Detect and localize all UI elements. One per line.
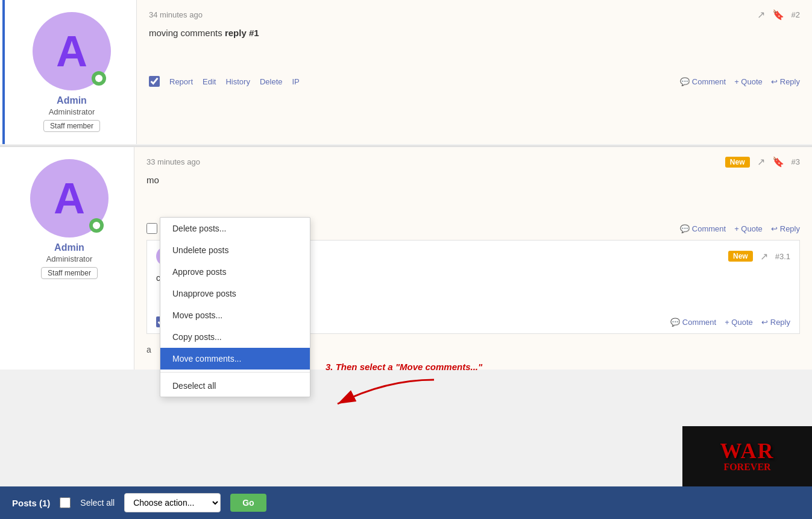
svg-point-0 bbox=[95, 75, 102, 82]
post-time: 33 minutes ago bbox=[146, 157, 200, 166]
post-3: A Admin Administrator Staff member 33 mi… bbox=[0, 147, 812, 370]
post-indicator bbox=[2, 0, 7, 144]
sub-post-meta: New ↗ #3.1 bbox=[728, 251, 790, 262]
username[interactable]: Admin bbox=[57, 95, 87, 106]
right-actions: 💬 Comment + Quote ↩ Reply bbox=[680, 77, 800, 86]
post-meta-right: ↗ 🔖 #2 bbox=[757, 9, 800, 20]
online-badge bbox=[92, 71, 106, 86]
bottom-bar: Posts (1) Select all Choose action... De… bbox=[0, 486, 812, 519]
report-link[interactable]: Report bbox=[169, 77, 193, 86]
post-text: mo bbox=[146, 175, 800, 211]
menu-deselect-all[interactable]: Deselect all bbox=[160, 375, 310, 397]
post-sidebar: A Admin Administrator Staff member bbox=[5, 147, 134, 370]
new-badge: New bbox=[725, 157, 750, 168]
comment-btn[interactable]: 💬 Comment bbox=[680, 77, 726, 86]
post-select-checkbox[interactable] bbox=[149, 76, 160, 87]
post-number: #2 bbox=[792, 10, 800, 19]
quote-btn[interactable]: + Quote bbox=[734, 77, 763, 86]
right-actions: 💬 Comment + Quote ↩ Reply bbox=[680, 224, 800, 233]
select-all-checkbox[interactable] bbox=[60, 497, 71, 508]
select-all-label[interactable]: Select all bbox=[80, 498, 115, 508]
user-role: Administrator bbox=[46, 254, 93, 263]
sub-quote-btn[interactable]: + Quote bbox=[725, 318, 753, 327]
posts-count: Posts (1) bbox=[12, 498, 50, 508]
menu-move-comments[interactable]: Move comments... bbox=[160, 348, 310, 370]
post-sidebar: A Admin Administrator Staff member bbox=[7, 0, 137, 144]
quote-btn[interactable]: + Quote bbox=[734, 224, 763, 233]
share-icon[interactable]: ↗ bbox=[757, 156, 765, 168]
new-badge: New bbox=[728, 251, 753, 262]
post-header: 33 minutes ago New ↗ 🔖 #3 bbox=[146, 156, 800, 168]
menu-divider bbox=[160, 372, 310, 373]
staff-badge: Staff member bbox=[41, 267, 98, 279]
reply-btn[interactable]: ↩ Reply bbox=[771, 224, 800, 233]
action-select[interactable]: Choose action... Delete posts Move posts… bbox=[124, 493, 221, 512]
menu-approve-posts[interactable]: Approve posts bbox=[160, 261, 310, 283]
menu-move-posts[interactable]: Move posts... bbox=[160, 304, 310, 326]
username[interactable]: Admin bbox=[54, 242, 84, 253]
comment-btn[interactable]: 💬 Comment bbox=[680, 224, 726, 233]
avatar: A bbox=[30, 159, 109, 237]
war-forever-title: WAR bbox=[720, 440, 774, 462]
post-select-checkbox[interactable] bbox=[146, 223, 157, 234]
sub-reply-btn[interactable]: ↩ Reply bbox=[761, 318, 790, 327]
ip-link[interactable]: IP bbox=[292, 77, 299, 86]
menu-unapprove-posts[interactable]: Unapprove posts bbox=[160, 283, 310, 304]
post-indicator bbox=[0, 147, 5, 370]
history-link[interactable]: History bbox=[225, 77, 250, 86]
post-meta-right: New ↗ 🔖 #3 bbox=[725, 156, 800, 168]
sub-post-number: #3.1 bbox=[775, 252, 790, 261]
bookmark-icon[interactable]: 🔖 bbox=[772, 156, 784, 168]
edit-link[interactable]: Edit bbox=[203, 77, 216, 86]
avatar: A bbox=[33, 12, 111, 90]
delete-link[interactable]: Delete bbox=[260, 77, 283, 86]
bookmark-icon[interactable]: 🔖 bbox=[772, 9, 784, 20]
sub-comment-btn[interactable]: 💬 Comment bbox=[670, 318, 716, 327]
go-button[interactable]: Go bbox=[230, 494, 266, 512]
post-content: 34 minutes ago ↗ 🔖 #2 moving comments re… bbox=[137, 0, 812, 144]
staff-badge: Staff member bbox=[43, 120, 100, 132]
post-header: 34 minutes ago ↗ 🔖 #2 bbox=[149, 9, 800, 20]
reply-btn[interactable]: ↩ Reply bbox=[771, 77, 800, 86]
war-forever-subtitle: FOREVER bbox=[720, 462, 774, 473]
post-number: #3 bbox=[792, 157, 800, 166]
post-time: 34 minutes ago bbox=[149, 10, 203, 19]
sub-right-actions: 💬 Comment + Quote ↩ Reply bbox=[670, 318, 790, 327]
share-icon[interactable]: ↗ bbox=[757, 9, 765, 20]
context-menu: Delete posts... Undelete posts Approve p… bbox=[160, 217, 310, 397]
post-actions: Report Edit History Delete IP 💬 Comment … bbox=[149, 76, 800, 87]
arrow-svg bbox=[326, 377, 446, 413]
online-badge bbox=[89, 218, 104, 233]
share-icon[interactable]: ↗ bbox=[760, 251, 768, 262]
menu-undelete-posts[interactable]: Undelete posts bbox=[160, 239, 310, 261]
war-forever-banner: WAR FOREVER bbox=[682, 426, 812, 486]
svg-point-1 bbox=[93, 222, 100, 229]
menu-delete-posts[interactable]: Delete posts... bbox=[160, 218, 310, 239]
post-2: A Admin Administrator Staff member 34 mi… bbox=[0, 0, 812, 144]
user-role: Administrator bbox=[49, 107, 95, 116]
post-text: moving comments reply #1 bbox=[149, 28, 800, 64]
menu-copy-posts[interactable]: Copy posts... bbox=[160, 326, 310, 348]
